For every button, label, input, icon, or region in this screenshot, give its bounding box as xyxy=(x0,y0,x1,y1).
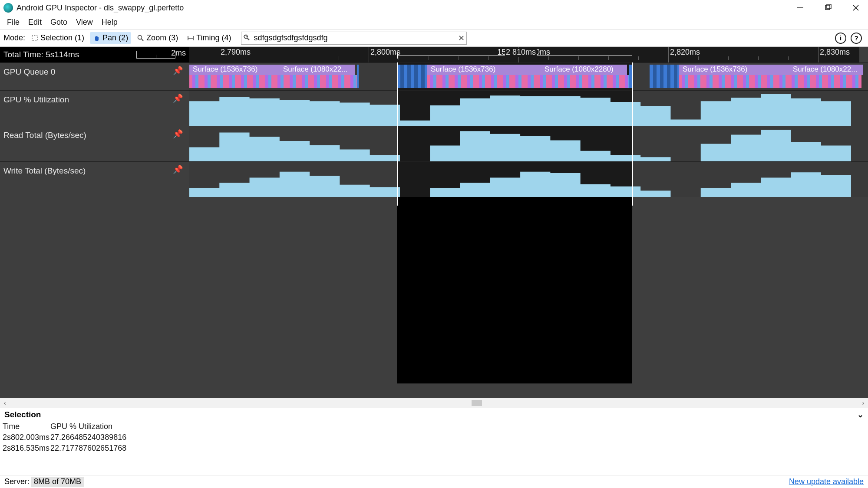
pin-icon[interactable]: 📌 xyxy=(173,66,183,75)
ruler-right-pad xyxy=(859,47,868,62)
track-gpu-queue[interactable]: GPU Queue 0 📌 Surface (1536x736) Surface… xyxy=(0,62,868,90)
table-row[interactable]: 2s816.535ms 22.717787602651768 xyxy=(3,443,865,454)
gpu-util-chart xyxy=(189,91,851,126)
menubar: File Edit Goto View Help xyxy=(0,16,868,29)
track-gpu-util[interactable]: GPU % Utilization 📌 xyxy=(0,90,868,126)
tick-label: 2,790ms xyxy=(221,48,251,57)
write-total-chart xyxy=(189,162,851,197)
menu-file[interactable]: File xyxy=(3,16,24,28)
statusbar: Server: 8MB of 70MB New update available xyxy=(0,475,868,488)
select-icon xyxy=(31,34,39,42)
maximize-button[interactable] xyxy=(823,3,833,13)
info-icon: i xyxy=(840,34,842,42)
mode-pan[interactable]: Pan (2) xyxy=(90,32,131,44)
surface-block[interactable]: Surface (1536x736) xyxy=(679,65,789,75)
zoom-icon xyxy=(137,34,145,42)
surface-block[interactable]: Surface (1080x22... xyxy=(280,65,355,75)
tracks: GPU Queue 0 📌 Surface (1536x736) Surface… xyxy=(0,62,868,383)
mode-zoom[interactable]: Zoom (3) xyxy=(134,32,181,44)
app-icon xyxy=(3,3,13,13)
scroll-right-arrow[interactable]: › xyxy=(858,400,868,406)
surface-block[interactable]: Surface (1080x22... xyxy=(789,65,863,75)
mode-toolbar: Mode: Selection (1) Pan (2) Zoom (3) Tim… xyxy=(0,29,868,47)
track-label: Write Total (Bytes/sec) 📌 xyxy=(0,162,189,197)
track-label: GPU Queue 0 📌 xyxy=(0,63,189,90)
track-label-text: Read Total (Bytes/sec) xyxy=(3,131,86,140)
col-value-header: GPU % Utilization xyxy=(50,422,865,431)
mode-zoom-label: Zoom (3) xyxy=(146,33,178,43)
selection-start-line xyxy=(397,62,398,206)
read-total-chart xyxy=(189,126,851,161)
surface-block[interactable]: Surface (1080x2280) xyxy=(541,65,627,75)
search-box[interactable]: 🔍︎ ✕ xyxy=(241,32,467,45)
selection-tick-label: 2 810ms xyxy=(505,48,537,57)
track-content[interactable] xyxy=(189,162,868,197)
titlebar: Android GPU Inspector - dls_swappy_gl.pe… xyxy=(0,0,868,16)
total-time-text: Total Time: 5s114ms xyxy=(3,50,79,59)
menu-edit[interactable]: Edit xyxy=(24,16,46,28)
selection-table: Time GPU % Utilization 2s802.003ms 27.26… xyxy=(0,421,868,454)
selection-panel-header[interactable]: Selection ⌄ xyxy=(0,408,868,421)
timeline-hscroll[interactable]: ‹ › xyxy=(0,398,868,408)
window-title: Android GPU Inspector - dls_swappy_gl.pe… xyxy=(17,3,184,13)
track-label: Read Total (Bytes/sec) 📌 xyxy=(0,126,189,161)
track-write-total[interactable]: Write Total (Bytes/sec) 📌 xyxy=(0,161,868,197)
mode-label: Mode: xyxy=(3,33,25,43)
chevron-down-icon[interactable]: ⌄ xyxy=(857,410,864,419)
scroll-left-arrow[interactable]: ‹ xyxy=(0,400,10,406)
track-content[interactable] xyxy=(189,91,868,126)
table-row[interactable]: 2s802.003ms 27.266485240389816 xyxy=(3,432,865,443)
mode-selection[interactable]: Selection (1) xyxy=(28,32,87,44)
menu-help[interactable]: Help xyxy=(97,16,122,28)
col-time-header: Time xyxy=(3,422,50,431)
surface-block[interactable]: Surface (1536x736) xyxy=(427,65,541,75)
cell-value: 22.717787602651768 xyxy=(50,444,865,453)
tick-label: 2,800ms xyxy=(370,48,400,57)
selection-panel-title: Selection xyxy=(4,410,41,419)
server-label: Server: xyxy=(4,477,30,486)
svg-rect-5 xyxy=(32,36,37,41)
track-label-text: GPU Queue 0 xyxy=(3,67,55,77)
close-button[interactable] xyxy=(851,3,861,13)
scroll-thumb[interactable] xyxy=(472,400,482,406)
timeline-empty-area[interactable] xyxy=(0,197,868,383)
server-memory: 8MB of 70MB xyxy=(31,477,84,487)
pin-icon[interactable]: 📌 xyxy=(173,164,183,174)
help-button[interactable]: ? xyxy=(851,33,862,44)
scroll-track[interactable] xyxy=(10,400,858,406)
ruler-scale-label: 2ms xyxy=(171,49,186,58)
update-link[interactable]: New update available xyxy=(789,477,864,486)
time-ruler[interactable]: Total Time: 5s114ms 2ms 2,790ms 2,800ms … xyxy=(0,47,868,62)
track-read-total[interactable]: Read Total (Bytes/sec) 📌 xyxy=(0,126,868,161)
total-time-label: Total Time: 5s114ms 2ms xyxy=(0,47,189,62)
track-content[interactable]: Surface (1536x736) Surface (1080x22... S… xyxy=(189,63,868,90)
ruler-scale-mark xyxy=(136,51,175,59)
minimize-button[interactable] xyxy=(795,3,805,13)
track-label: GPU % Utilization 📌 xyxy=(0,91,189,126)
question-icon: ? xyxy=(854,34,858,42)
tick-label: 2,820ms xyxy=(670,48,700,57)
cell-value: 27.266485240389816 xyxy=(50,433,865,442)
hand-icon xyxy=(93,34,101,42)
menu-view[interactable]: View xyxy=(72,16,97,28)
search-input[interactable] xyxy=(252,33,456,43)
selection-panel: Selection ⌄ Time GPU % Utilization 2s802… xyxy=(0,408,868,462)
mode-timing[interactable]: Timing (4) xyxy=(184,32,234,44)
track-content[interactable] xyxy=(189,126,868,161)
mode-selection-label: Selection (1) xyxy=(40,33,84,43)
search-icon: 🔍︎ xyxy=(241,33,252,43)
mode-pan-label: Pan (2) xyxy=(102,33,128,43)
timing-icon xyxy=(187,34,195,42)
selection-end-line xyxy=(632,62,633,206)
clear-search-icon[interactable]: ✕ xyxy=(456,33,466,43)
pin-icon[interactable]: 📌 xyxy=(173,129,183,139)
info-button[interactable]: i xyxy=(835,33,846,44)
timeline[interactable]: Total Time: 5s114ms 2ms 2,790ms 2,800ms … xyxy=(0,47,868,408)
cell-time: 2s816.535ms xyxy=(3,444,50,453)
svg-line-7 xyxy=(142,39,143,41)
track-label-text: Write Total (Bytes/sec) xyxy=(3,166,86,176)
menu-goto[interactable]: Goto xyxy=(46,16,72,28)
pin-icon[interactable]: 📌 xyxy=(173,93,183,103)
track-label-text: GPU % Utilization xyxy=(3,95,69,105)
surface-block[interactable]: Surface (1536x736) xyxy=(189,65,280,75)
